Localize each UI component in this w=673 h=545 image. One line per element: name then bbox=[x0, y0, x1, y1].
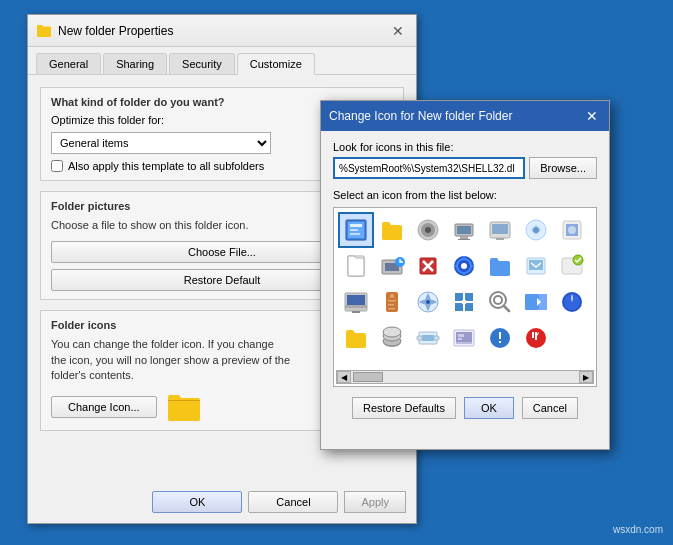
title-bar-left: New folder Properties bbox=[36, 23, 173, 39]
svg-rect-9 bbox=[457, 226, 471, 234]
svg-rect-45 bbox=[388, 300, 396, 302]
icon-cell-10[interactable] bbox=[410, 248, 446, 284]
svg-rect-54 bbox=[465, 303, 473, 311]
icon-cell-9[interactable] bbox=[374, 248, 410, 284]
change-icon-content: Look for icons in this file: Browse... S… bbox=[321, 131, 609, 429]
svg-rect-53 bbox=[455, 303, 463, 311]
icon-cell-7[interactable] bbox=[590, 212, 597, 248]
watermark: wsxdn.com bbox=[613, 524, 663, 535]
icon-cell-14[interactable] bbox=[554, 248, 590, 284]
svg-point-7 bbox=[425, 227, 431, 233]
icon-cell-5[interactable] bbox=[518, 212, 554, 248]
folder-preview-icon bbox=[167, 392, 201, 422]
optimize-dropdown[interactable]: General items bbox=[51, 132, 271, 154]
tab-general[interactable]: General bbox=[36, 53, 101, 74]
svg-rect-82 bbox=[532, 332, 534, 338]
icon-cell-28[interactable] bbox=[482, 320, 518, 356]
svg-rect-34 bbox=[529, 260, 543, 270]
svg-rect-3 bbox=[350, 229, 358, 231]
icon-cell-8[interactable] bbox=[338, 248, 374, 284]
change-icon-close-button[interactable]: ✕ bbox=[583, 107, 601, 125]
svg-rect-78 bbox=[499, 332, 501, 339]
svg-rect-42 bbox=[352, 311, 360, 313]
icon-cell-23[interactable] bbox=[590, 284, 597, 320]
icon-cell-25[interactable] bbox=[374, 320, 410, 356]
main-ok-button[interactable]: OK bbox=[152, 491, 242, 513]
svg-rect-75 bbox=[458, 338, 462, 340]
svg-line-58 bbox=[504, 306, 509, 311]
icon-cell-13[interactable] bbox=[518, 248, 554, 284]
icon-cell-19[interactable] bbox=[446, 284, 482, 320]
main-cancel-button[interactable]: Cancel bbox=[248, 491, 338, 513]
svg-rect-13 bbox=[492, 224, 508, 234]
change-icon-title: Change Icon for New folder Folder bbox=[329, 109, 512, 123]
svg-rect-81 bbox=[535, 332, 537, 340]
folder-icons-desc: You can change the folder icon. If you c… bbox=[51, 337, 291, 383]
browse-button[interactable]: Browse... bbox=[529, 157, 597, 179]
icon-cell-17[interactable] bbox=[374, 284, 410, 320]
svg-rect-52 bbox=[465, 293, 473, 301]
svg-rect-71 bbox=[434, 336, 439, 340]
svg-point-67 bbox=[383, 327, 401, 337]
tab-sharing[interactable]: Sharing bbox=[103, 53, 167, 74]
icon-cell-21[interactable] bbox=[518, 284, 554, 320]
svg-rect-46 bbox=[388, 304, 394, 306]
subfolders-label: Also apply this template to all subfolde… bbox=[68, 160, 264, 172]
icon-cell-26[interactable] bbox=[410, 320, 446, 356]
restore-defaults-button[interactable]: Restore Defaults bbox=[352, 397, 456, 419]
icon-grid bbox=[334, 208, 596, 360]
icon-cell-1[interactable] bbox=[374, 212, 410, 248]
change-icon-button[interactable]: Change Icon... bbox=[51, 396, 157, 418]
icon-cell-29[interactable] bbox=[518, 320, 554, 356]
main-close-button[interactable]: ✕ bbox=[388, 21, 408, 41]
icon-cell-20[interactable] bbox=[482, 284, 518, 320]
icon-cell-15[interactable] bbox=[590, 248, 597, 284]
icon-cell-4[interactable] bbox=[482, 212, 518, 248]
icon-cell-18[interactable] bbox=[410, 284, 446, 320]
tab-customize[interactable]: Customize bbox=[237, 53, 315, 75]
icon-cell-12[interactable] bbox=[482, 248, 518, 284]
main-footer-buttons: OK Cancel Apply bbox=[152, 491, 406, 513]
scroll-left-arrow[interactable]: ◀ bbox=[337, 371, 351, 383]
scroll-right-arrow[interactable]: ▶ bbox=[579, 371, 593, 383]
svg-rect-2 bbox=[350, 224, 362, 227]
main-apply-button[interactable]: Apply bbox=[344, 491, 406, 513]
icon-cell-27[interactable] bbox=[446, 320, 482, 356]
change-icon-cancel-button[interactable]: Cancel bbox=[522, 397, 578, 419]
svg-point-16 bbox=[533, 227, 539, 233]
main-dialog-title: New folder Properties bbox=[58, 24, 173, 38]
scroll-thumb[interactable] bbox=[353, 372, 383, 382]
icon-cell-24[interactable] bbox=[338, 320, 374, 356]
svg-rect-74 bbox=[458, 334, 464, 337]
change-icon-dialog: Change Icon for New folder Folder ✕ Look… bbox=[320, 100, 610, 450]
subfolders-checkbox[interactable] bbox=[51, 160, 63, 172]
icon-scrollbar[interactable]: ◀ ▶ bbox=[336, 370, 594, 384]
svg-rect-70 bbox=[417, 336, 422, 340]
svg-point-57 bbox=[494, 296, 502, 304]
icon-cell-22[interactable] bbox=[554, 284, 590, 320]
look-label: Look for icons in this file: bbox=[333, 141, 597, 153]
folder-title-icon bbox=[36, 23, 52, 39]
svg-rect-14 bbox=[496, 238, 504, 240]
icon-cell-6[interactable] bbox=[554, 212, 590, 248]
svg-rect-10 bbox=[460, 236, 468, 239]
icon-cell-0[interactable] bbox=[338, 212, 374, 248]
svg-rect-51 bbox=[455, 293, 463, 301]
icon-cell-16[interactable] bbox=[338, 284, 374, 320]
icon-grid-wrapper: ◀ ▶ bbox=[333, 207, 597, 387]
svg-rect-76 bbox=[456, 342, 472, 344]
svg-rect-59 bbox=[525, 294, 539, 310]
icon-cell-2[interactable] bbox=[410, 212, 446, 248]
svg-rect-11 bbox=[458, 239, 470, 240]
tab-security[interactable]: Security bbox=[169, 53, 235, 74]
svg-rect-79 bbox=[499, 341, 501, 343]
svg-rect-55 bbox=[462, 300, 466, 304]
main-title-bar: New folder Properties ✕ bbox=[28, 15, 416, 47]
change-icon-title-bar: Change Icon for New folder Folder ✕ bbox=[321, 101, 609, 131]
file-path-input[interactable] bbox=[333, 157, 525, 179]
change-icon-ok-button[interactable]: OK bbox=[464, 397, 514, 419]
icon-select-label: Select an icon from the list below: bbox=[333, 189, 597, 201]
icon-cell-3[interactable] bbox=[446, 212, 482, 248]
icon-cell-11[interactable] bbox=[446, 248, 482, 284]
tab-bar: General Sharing Security Customize bbox=[28, 47, 416, 75]
